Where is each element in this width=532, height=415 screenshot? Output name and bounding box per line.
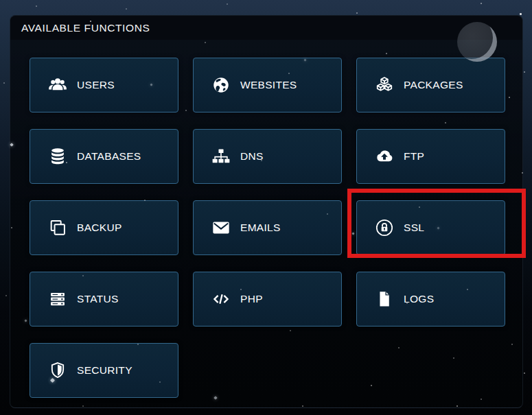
cubes-icon: [374, 75, 395, 95]
function-label: WEBSITES: [240, 79, 297, 91]
star-dot: [524, 71, 525, 73]
function-label: PHP: [240, 293, 263, 305]
page-background: AVAILABLE FUNCTIONS USERSWEBSITESPACKAGE…: [0, 0, 532, 415]
function-label: LOGS: [404, 293, 434, 305]
moon-graphic: [457, 22, 497, 62]
function-label: EMAILS: [240, 222, 281, 234]
function-button-websites[interactable]: WEBSITES: [193, 58, 342, 112]
function-button-php[interactable]: PHP: [193, 272, 342, 327]
star-dot: [524, 372, 525, 374]
star-dot: [36, 5, 37, 7]
function-label: PACKAGES: [404, 79, 463, 91]
function-button-databases[interactable]: DATABASES: [30, 129, 178, 184]
function-button-dns[interactable]: DNS: [193, 129, 342, 184]
function-button-emails[interactable]: EMAILS: [193, 200, 342, 255]
star-dot: [356, 12, 358, 14]
function-button-packages[interactable]: PACKAGES: [356, 58, 505, 112]
available-functions-panel: AVAILABLE FUNCTIONS USERSWEBSITESPACKAGE…: [10, 15, 523, 408]
globe-icon: [211, 75, 231, 95]
function-label: USERS: [77, 79, 115, 91]
function-label: FTP: [404, 150, 424, 163]
panel-title: AVAILABLE FUNCTIONS: [21, 22, 150, 34]
function-label: DATABASES: [77, 150, 141, 163]
functions-grid: USERSWEBSITESPACKAGESDATABASESDNSFTPBACK…: [30, 58, 505, 398]
function-button-security[interactable]: SECURITY: [30, 343, 178, 398]
function-button-ssl[interactable]: SSL: [356, 200, 505, 255]
shield-icon: [47, 360, 68, 381]
envelope-icon: [211, 217, 231, 238]
star-dot: [5, 295, 7, 296]
function-button-logs[interactable]: LOGS: [356, 272, 505, 327]
code-icon: [211, 289, 231, 309]
function-label: STATUS: [77, 293, 119, 305]
file-icon: [374, 289, 395, 309]
lock-circle-icon: [374, 217, 395, 238]
panel-header: AVAILABLE FUNCTIONS: [10, 16, 522, 40]
function-label: SSL: [404, 222, 424, 234]
function-button-status[interactable]: STATUS: [30, 272, 178, 327]
cloud-upload-icon: [374, 146, 395, 167]
star-dot: [126, 8, 127, 10]
star-dot: [3, 82, 5, 84]
sitemap-icon: [211, 146, 231, 167]
users-icon: [47, 75, 68, 95]
function-button-backup[interactable]: BACKUP: [30, 200, 178, 255]
star-dot: [520, 13, 522, 15]
function-label: DNS: [240, 150, 264, 163]
star-dot: [227, 3, 228, 5]
function-label: SECURITY: [77, 364, 132, 377]
clone-icon: [47, 217, 68, 238]
function-button-users[interactable]: USERS: [30, 58, 178, 112]
server-icon: [47, 289, 68, 309]
star-dot: [481, 3, 482, 4]
function-label: BACKUP: [77, 222, 122, 234]
function-button-ftp[interactable]: FTP: [356, 129, 505, 184]
database-icon: [47, 146, 68, 167]
